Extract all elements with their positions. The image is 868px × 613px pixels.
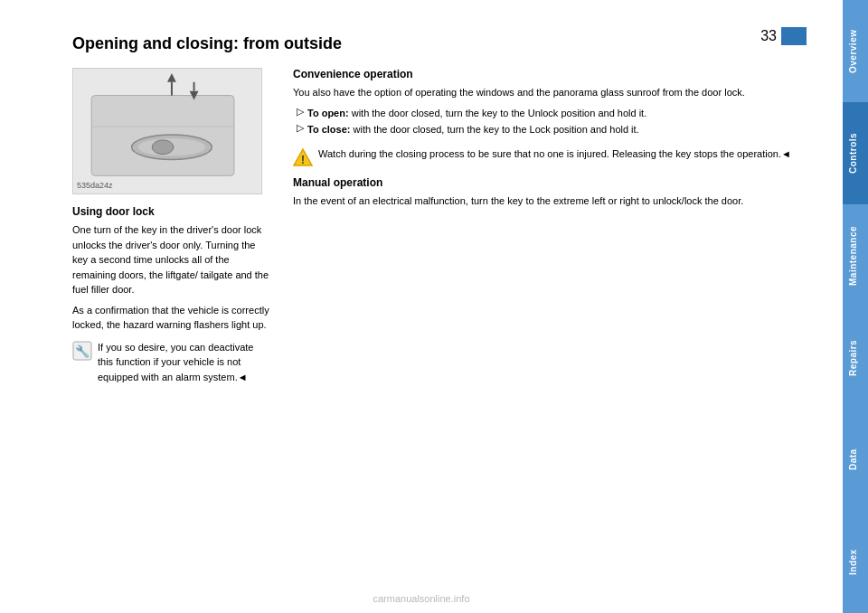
manual-text: In the event of an electrical malfunctio… xyxy=(293,193,807,209)
note-text: If you so desire, you can deactivate thi… xyxy=(98,340,271,385)
page-number-bar xyxy=(781,27,807,45)
page-number: 33 xyxy=(760,28,777,44)
page-title: Opening and closing: from outside xyxy=(72,34,807,53)
page-number-area: 33 xyxy=(760,27,807,45)
sidebar-tab-data[interactable]: Data xyxy=(843,409,868,511)
sidebar-tab-repairs[interactable]: Repairs xyxy=(843,306,868,409)
door-image: 535da24z xyxy=(72,68,262,194)
note-box: 🔧 If you so desire, you can deactivate t… xyxy=(72,340,271,385)
svg-text:!: ! xyxy=(301,154,305,166)
arrow-bullet-open: ▷ xyxy=(297,106,304,121)
arrow-item-open: ▷ To open: with the door closed, turn th… xyxy=(297,106,807,121)
right-column: Convenience operation You also have the … xyxy=(293,68,807,388)
convenience-intro: You also have the option of operating th… xyxy=(293,85,807,100)
watermark: carmanualsonline.info xyxy=(373,593,469,604)
close-text: with the door closed, turn the key to th… xyxy=(354,124,639,135)
sidebar-tab-controls[interactable]: Controls xyxy=(843,102,868,204)
open-text: with the door closed, turn the key to th… xyxy=(352,108,647,118)
door-lock-para2: As a confirmation that the vehicle is co… xyxy=(72,303,271,333)
two-column-layout: 535da24z Using door lock One turn of the… xyxy=(72,68,807,388)
arrow-bullet-close: ▷ xyxy=(297,122,304,137)
sidebar-tab-index[interactable]: Index xyxy=(843,511,868,613)
arrow-text-close: To close: with the door closed, turn the… xyxy=(307,122,639,137)
door-lock-para1: One turn of the key in the driver's door… xyxy=(72,222,271,297)
sidebar-tab-overview[interactable]: Overview xyxy=(843,0,868,102)
manual-heading: Manual operation xyxy=(293,176,807,189)
convenience-heading: Convenience operation xyxy=(293,68,807,80)
arrow-item-close: ▷ To close: with the door closed, turn t… xyxy=(297,122,807,137)
sidebar-tab-maintenance[interactable]: Maintenance xyxy=(843,204,868,306)
note-icon: 🔧 xyxy=(72,341,92,361)
warning-text: Watch during the closing process to be s… xyxy=(318,146,791,162)
image-label: 535da24z xyxy=(77,181,113,190)
warning-box: ! Watch during the closing process to be… xyxy=(293,146,807,167)
left-column: 535da24z Using door lock One turn of the… xyxy=(72,68,271,388)
svg-text:🔧: 🔧 xyxy=(75,344,90,359)
warning-icon: ! xyxy=(293,147,313,167)
door-lock-heading: Using door lock xyxy=(72,205,271,218)
sidebar: Overview Controls Maintenance Repairs Da… xyxy=(843,0,868,613)
svg-point-4 xyxy=(152,140,174,155)
arrow-text-open: To open: with the door closed, turn the … xyxy=(307,106,646,121)
